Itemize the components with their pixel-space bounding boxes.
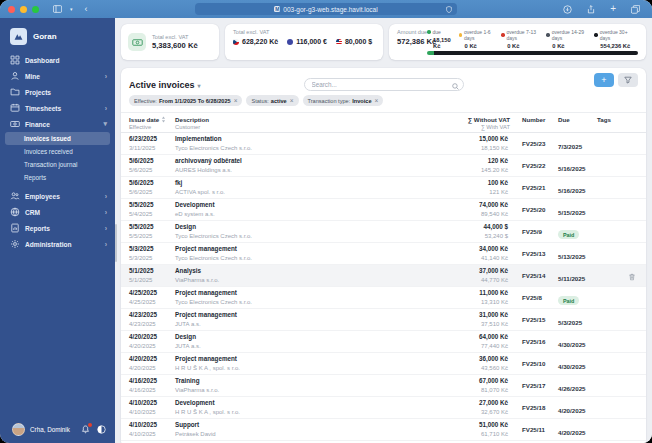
col-amount[interactable]: ∑ Without VAT ∑ With VAT <box>375 116 510 130</box>
invoice-row[interactable]: 4/20/20254/20/2025DesignJUTA a.s.64,000 … <box>121 331 646 353</box>
due-cell: 5/13/2025 <box>558 245 597 263</box>
zoom-window-button[interactable] <box>32 6 39 13</box>
minimize-window-button[interactable] <box>20 6 27 13</box>
address-bar[interactable]: M 003-gor-g3-web.stage.havit.local <box>195 3 457 15</box>
issue-date-cell: 5/6/20255/6/2025 <box>129 157 175 174</box>
remove-filter-icon[interactable]: × <box>234 97 238 104</box>
invoice-row[interactable]: 5/5/20255/4/2025DevelopmenteD system a.s… <box>121 199 646 221</box>
notification-badge <box>88 423 92 427</box>
invoice-row[interactable]: 4/10/20254/10/2025DevelopmentH R U Š K A… <box>121 397 646 419</box>
remove-filter-icon[interactable]: × <box>375 97 379 104</box>
sidebar-item-finance[interactable]: Finance ▾ <box>0 116 115 132</box>
due-date: 4/30/2025 <box>558 341 586 348</box>
share-icon[interactable] <box>587 5 595 14</box>
sidebar-item-reports[interactable]: Reports › <box>0 220 115 236</box>
add-invoice-button[interactable]: + <box>594 73 614 87</box>
number-cell: FV25/18 <box>510 404 558 411</box>
due-date: 5/16/2025 <box>558 187 586 194</box>
eur-flag-icon <box>287 39 293 45</box>
due-bucket: overdue 7-13 days0 Kč <box>501 29 546 49</box>
invoice-row[interactable]: 4/10/20254/10/2025SupportPetrásek David5… <box>121 419 646 441</box>
app-logo-icon <box>10 28 27 45</box>
sidebar-item-timesheets[interactable]: Timesheets › <box>0 100 115 116</box>
sidebar-item-invoices-received[interactable]: Invoices received <box>5 145 110 158</box>
number-cell: FV25/20 <box>510 206 558 213</box>
tab-overview-icon[interactable] <box>631 5 640 14</box>
amount-cell: 67,000 Kč81,070 Kč <box>375 377 510 394</box>
invoice-row[interactable]: 4/23/20254/23/2025Project managementJUTA… <box>121 309 646 331</box>
close-window-button[interactable] <box>8 6 15 13</box>
report-icon <box>10 223 20 233</box>
invoice-row[interactable]: 6/23/20253/11/2025ImplementationTyco Ele… <box>121 133 646 155</box>
col-description[interactable]: Description Customer <box>175 116 375 130</box>
description-cell: AnalysisViaPharma s.r.o. <box>175 267 375 284</box>
sidebar-chevron-icon[interactable]: ▾ <box>70 0 73 18</box>
remove-filter-icon[interactable]: × <box>290 97 294 104</box>
due-cell: 4/20/2025 <box>558 399 597 417</box>
filter-chip[interactable]: Effective:From 1/1/2025 To 6/28/2025× <box>129 95 242 106</box>
sort-icon <box>161 116 166 123</box>
sidebar-item-mine[interactable]: Mine › <box>0 68 115 84</box>
number-cell: FV25/17 <box>510 382 558 389</box>
description-cell: DevelopmenteD system a.s. <box>175 201 375 218</box>
sidebar-item-invoices-issued[interactable]: Invoices issued <box>5 132 110 145</box>
scrollbar-thumb[interactable] <box>115 224 117 262</box>
back-icon[interactable]: ‹ <box>85 0 88 18</box>
shield-icon[interactable] <box>446 6 452 14</box>
theme-toggle-icon[interactable] <box>97 425 106 434</box>
col-tags[interactable]: Tags <box>597 116 616 130</box>
sidebar-item-finance-reports[interactable]: Reports <box>5 171 110 184</box>
invoice-row[interactable]: 5/6/20255/6/2025archivovaný odběratelAUR… <box>121 155 646 177</box>
description-cell: TrainingViaPharma s.r.o. <box>175 377 375 394</box>
sidebar-item-crm[interactable]: CRM › <box>0 204 115 220</box>
description-cell: DesignJUTA a.s. <box>175 333 375 350</box>
invoice-row[interactable]: 4/25/20254/25/2025Project managementTyco… <box>121 287 646 309</box>
invoice-row[interactable]: 4/20/20254/20/2025Project managementH R … <box>121 353 646 375</box>
issue-date-cell: 5/3/20255/3/2025 <box>129 245 175 262</box>
invoice-row[interactable]: 5/3/20255/3/2025Project managementTyco E… <box>121 243 646 265</box>
col-issue-date[interactable]: Issue date Effective <box>129 116 175 130</box>
due-cell: 5/15/2025 <box>558 201 597 219</box>
number-cell: FV25/14 <box>510 272 558 279</box>
people-icon <box>10 191 20 201</box>
delete-invoice-button[interactable] <box>628 273 636 281</box>
sidebar-item-projects[interactable]: Projects <box>0 84 115 100</box>
search-input[interactable] <box>304 78 464 91</box>
invoice-row[interactable]: 5/5/20255/5/2025DesignTyco Electronics C… <box>121 221 646 243</box>
folder-icon <box>10 87 20 97</box>
sidebar-toggle-icon[interactable] <box>53 5 62 13</box>
sidebar-item-employees[interactable]: Employees › <box>0 188 115 204</box>
sidebar-item-transaction-journal[interactable]: Transaction journal <box>5 158 110 171</box>
invoice-row[interactable]: 4/16/20254/16/2025TrainingViaPharma s.r.… <box>121 375 646 397</box>
number-cell: FV25/13 <box>510 250 558 257</box>
invoice-row[interactable]: 5/1/20255/1/2025AnalysisViaPharma s.r.o.… <box>121 265 646 287</box>
description-cell: DevelopmentH R U Š K A , spol. s r.o. <box>175 399 375 416</box>
sidebar: Goran Dashboard Mine › Projects Timeshee… <box>0 18 115 443</box>
filter-chip[interactable]: Status:active× <box>246 95 298 106</box>
downloads-icon[interactable] <box>563 5 572 14</box>
new-tab-icon[interactable]: + <box>610 0 616 18</box>
due-bucket: overdue 30+ days554,236 Kč <box>594 29 638 49</box>
amount-cell: 51,000 Kč61,710 Kč <box>375 421 510 438</box>
stat-card-amount-due: Amount due 572,386 Kč due18,150 Kčoverdu… <box>389 24 646 60</box>
col-due[interactable]: Due <box>558 116 597 130</box>
col-number[interactable]: Number <box>510 116 558 130</box>
due-bucket: due18,150 Kč <box>427 29 459 49</box>
bucket-dot-icon <box>459 33 462 37</box>
usd-flag-icon <box>336 39 342 45</box>
chevron-right-icon: › <box>105 241 107 248</box>
sidebar-item-dashboard[interactable]: Dashboard <box>0 52 115 68</box>
due-cell: 4/30/2025 <box>558 355 597 373</box>
notifications-bell-icon[interactable] <box>81 425 90 434</box>
app-brand: Goran <box>0 18 115 52</box>
search-icon <box>452 76 459 94</box>
filter-chip[interactable]: Transaction type:Invoice× <box>303 95 384 106</box>
sidebar-item-administration[interactable]: Administration › <box>0 236 115 252</box>
gear-icon <box>10 239 20 249</box>
app-name: Goran <box>33 32 57 41</box>
user-menu[interactable]: Crha, Dominik <box>0 419 115 443</box>
invoice-row[interactable]: 5/6/20255/6/2025fkjACTIVA spol. s r.o.10… <box>121 177 646 199</box>
filter-button[interactable] <box>618 73 638 87</box>
view-selector[interactable]: Active invoices ▾ <box>129 80 201 90</box>
amount-cell: 15,000 Kč18,150 Kč <box>375 135 510 152</box>
